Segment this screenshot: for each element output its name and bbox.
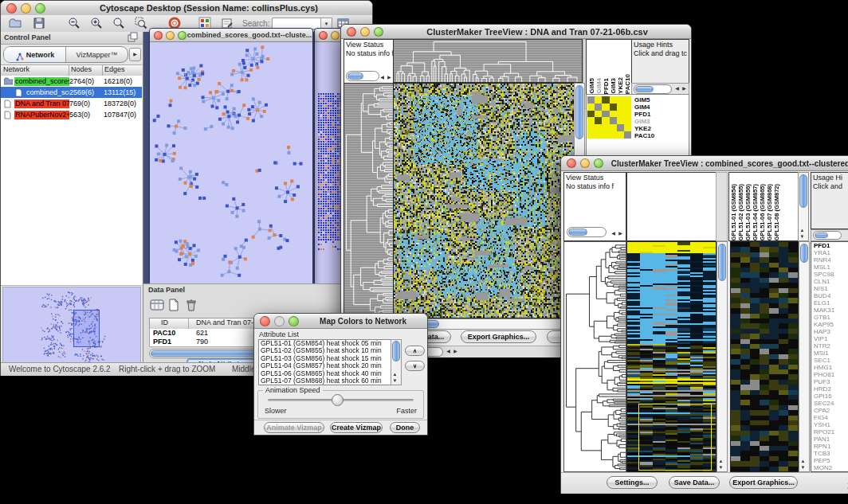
gene-label[interactable]: HRD3 [811, 385, 848, 393]
gene-label[interactable]: BUD4 [811, 292, 848, 299]
scrollbar-thumb[interactable] [799, 174, 807, 208]
row-label[interactable]: GIM4 [634, 104, 687, 111]
row-label[interactable]: PFD1 [634, 111, 687, 118]
gene-label[interactable]: CLN1 [811, 278, 848, 285]
scroll-down-icon[interactable]: ▼ [717, 464, 724, 471]
column-label[interactable]: GPL51-01 (GSM854) [730, 184, 737, 240]
scroll-up-icon[interactable]: ▲ [391, 371, 398, 377]
gene-label[interactable]: FIG4 [811, 414, 848, 421]
attribute-list-item[interactable]: GPL51-07 (GSM868) heat shock 60 min [259, 377, 391, 385]
zoom-in-icon[interactable] [90, 17, 103, 29]
minimize-icon[interactable] [21, 3, 31, 14]
scroll-up-icon[interactable]: ▲ [799, 227, 806, 233]
column-label[interactable]: GPL51-07 (GSM868) [766, 184, 773, 240]
data-col-id[interactable]: ID [161, 318, 168, 326]
gene-label[interactable]: PUF3 [811, 378, 848, 385]
column-label[interactable]: GPL51-06 (GSM865) [759, 184, 766, 240]
gene-label[interactable]: SEC1 [811, 357, 848, 364]
save-session-icon[interactable] [33, 17, 45, 29]
zoom-window-icon[interactable] [178, 31, 186, 40]
float-panel-icon[interactable] [127, 32, 139, 45]
tv1-heatmap[interactable] [393, 83, 575, 318]
tv2-heatmap-vscrollbar[interactable]: ▲▼ [716, 241, 728, 472]
tv1-row-labels[interactable]: GIM5GIM4PFD1GIM3YKE2PAC10 [634, 96, 687, 139]
gene-label[interactable]: VIP1 [811, 335, 848, 342]
tv1-column-labels[interactable]: GIM5GIM4PFD1GIM3YKE2PAC10 [586, 39, 634, 95]
scroll-right-icon[interactable]: ▶ [617, 230, 624, 236]
tv1-hints-scrollbar[interactable] [634, 84, 672, 94]
gene-label[interactable]: MSL1 [811, 264, 848, 271]
column-label[interactable]: YKE2 [617, 77, 624, 94]
scroll-down-icon[interactable]: ▼ [799, 233, 806, 240]
close-icon[interactable] [567, 158, 576, 168]
tv1-export-graphics-button[interactable]: Export Graphics... [461, 330, 536, 343]
column-label[interactable]: GIM3 [610, 78, 617, 94]
gene-label[interactable]: PHO81 [811, 371, 848, 378]
zoom-selected-icon[interactable] [135, 17, 147, 29]
close-icon[interactable] [154, 31, 163, 40]
gene-label[interactable]: GTB1 [811, 314, 848, 321]
open-session-icon[interactable] [9, 17, 22, 29]
tv2-hints-scrollbar[interactable] [813, 231, 842, 240]
column-label[interactable]: GIM4 [595, 78, 603, 94]
gene-label[interactable]: HAP3 [811, 328, 848, 335]
network-view-canvas[interactable] [150, 42, 311, 283]
main-title-bar[interactable]: Cytoscape Desktop (Session Name: collins… [1, 1, 372, 16]
minimize-icon[interactable] [360, 27, 370, 37]
move-down-button[interactable]: ∨ [405, 361, 425, 371]
minimize-icon[interactable] [331, 31, 340, 40]
zoom-window-icon[interactable] [289, 316, 299, 326]
tab-network[interactable]: Network [4, 47, 66, 62]
gene-label[interactable]: RPO21 [811, 428, 848, 436]
scroll-right-icon[interactable]: ▶ [452, 348, 459, 354]
gene-label[interactable]: KAP95 [811, 321, 848, 328]
zoom-window-icon[interactable] [594, 158, 603, 168]
gene-label[interactable]: YSH1 [811, 421, 848, 428]
close-icon[interactable] [319, 31, 328, 40]
col-network[interactable]: Network [3, 65, 29, 73]
scroll-down-icon[interactable]: ▼ [799, 464, 807, 471]
treeview2-title-bar[interactable]: ClusterMaker TreeView : combined_scores_… [561, 156, 848, 171]
row-label[interactable]: YKE2 [634, 125, 687, 132]
minimize-icon[interactable] [580, 158, 590, 168]
new-attribute-icon[interactable] [167, 299, 180, 311]
tv2-settings-button[interactable]: Settings... [607, 476, 658, 489]
network-tree-row[interactable]: combined_sco2569(6)13112(15) [1, 87, 142, 98]
move-up-button[interactable]: ∧ [405, 346, 425, 356]
scroll-right-icon[interactable]: ▶ [386, 74, 393, 80]
row-label[interactable]: GIM5 [634, 96, 687, 104]
gene-label[interactable]: MAK31 [811, 307, 848, 314]
gene-label[interactable]: RPN1 [811, 443, 848, 450]
tv1-status-scrollbar[interactable] [346, 71, 379, 81]
create-vizmap-button[interactable]: Create Vizmap [330, 422, 383, 433]
speed-slider-thumb[interactable] [332, 394, 344, 406]
scroll-down-icon[interactable]: ▼ [391, 377, 398, 384]
gene-label[interactable]: PEP5 [811, 457, 848, 464]
scroll-left-icon[interactable]: ◀ [610, 230, 617, 236]
col-edges[interactable]: Edges [104, 65, 125, 73]
scrollbar-thumb[interactable] [718, 244, 726, 281]
minimize-icon[interactable] [166, 31, 175, 40]
gene-label[interactable]: SPC98 [811, 271, 848, 278]
zoom-window-icon[interactable] [374, 27, 383, 37]
gene-label[interactable]: ELG1 [811, 299, 848, 307]
gene-label[interactable]: PFD1 [811, 242, 848, 249]
column-label[interactable]: GPL51-03 (GSM856) [744, 184, 752, 240]
gene-label[interactable]: YRA1 [811, 249, 848, 256]
attribute-list-scrollbar[interactable]: ▲ ▼ [391, 339, 402, 385]
zoom-out-icon[interactable] [68, 17, 80, 29]
network-tree-row[interactable]: combined_scores2764(0)16218(0) [1, 76, 142, 87]
scroll-up-icon[interactable]: ▲ [717, 458, 724, 464]
tv2-status-scrollbar[interactable] [567, 227, 607, 237]
close-icon[interactable] [260, 316, 270, 326]
scroll-up-icon[interactable]: ▲ [799, 458, 807, 464]
gene-label[interactable]: SEC24 [811, 400, 848, 407]
scroll-left-icon[interactable]: ◀ [673, 85, 681, 92]
close-icon[interactable] [347, 27, 356, 37]
gene-label[interactable]: PAN1 [811, 436, 848, 443]
scroll-left-icon[interactable]: ◀ [445, 348, 452, 354]
animate-vizmap-button[interactable]: Animate Vizmap [264, 422, 324, 433]
tv2-zoom-vscrollbar[interactable]: ▲▼ [799, 241, 810, 472]
gene-label[interactable]: NIS1 [811, 285, 848, 292]
tv2-splitter[interactable] [716, 172, 728, 241]
